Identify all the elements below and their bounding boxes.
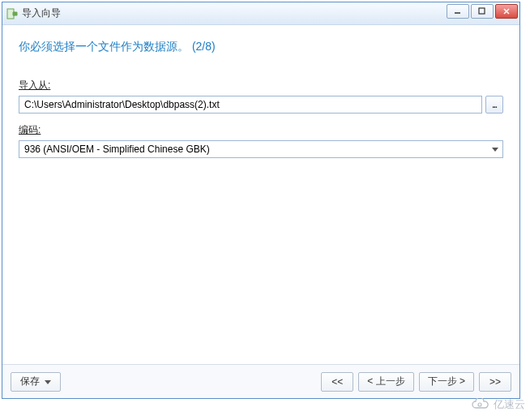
titlebar: 导入向导 — [2, 2, 519, 25]
wizard-content: 你必须选择一个文件作为数据源。 (2/8) 导入从: ... 编码: 936 (… — [2, 25, 519, 364]
wizard-heading: 你必须选择一个文件作为数据源。 (2/8) — [19, 40, 503, 54]
minimize-button[interactable] — [447, 4, 469, 19]
svg-rect-2 — [479, 8, 485, 14]
wizard-footer: 保存 << < 上一步 下一步 > >> — [2, 364, 519, 398]
next-button[interactable]: 下一步 > — [419, 372, 474, 392]
import-from-input[interactable] — [19, 96, 482, 114]
last-button[interactable]: >> — [479, 372, 511, 392]
watermark: 亿速云 — [471, 397, 525, 412]
watermark-text: 亿速云 — [494, 397, 525, 412]
import-from-group: 导入从: ... — [19, 79, 503, 114]
save-button[interactable]: 保存 — [11, 372, 61, 392]
close-button[interactable] — [495, 4, 518, 19]
svg-point-5 — [478, 403, 481, 406]
first-button[interactable]: << — [321, 372, 353, 392]
maximize-button[interactable] — [471, 4, 494, 19]
chevron-down-icon — [45, 376, 51, 388]
window-controls — [447, 4, 518, 19]
import-wizard-window: 导入向导 你必须选择一个文件作为数据源。 (2/8) 导入从: ... 编码: — [2, 2, 520, 399]
prev-button[interactable]: < 上一步 — [358, 372, 413, 392]
encoding-value: 936 (ANSI/OEM - Simplified Chinese GBK) — [24, 144, 210, 155]
cloud-icon — [471, 398, 490, 411]
encoding-select[interactable]: 936 (ANSI/OEM - Simplified Chinese GBK) — [19, 140, 503, 158]
window-title: 导入向导 — [22, 6, 61, 20]
app-icon — [6, 7, 19, 20]
save-button-label: 保存 — [20, 375, 40, 388]
encoding-label: 编码: — [19, 123, 41, 137]
import-from-label: 导入从: — [19, 79, 50, 92]
encoding-group: 编码: 936 (ANSI/OEM - Simplified Chinese G… — [19, 123, 503, 158]
browse-button[interactable]: ... — [485, 96, 503, 114]
